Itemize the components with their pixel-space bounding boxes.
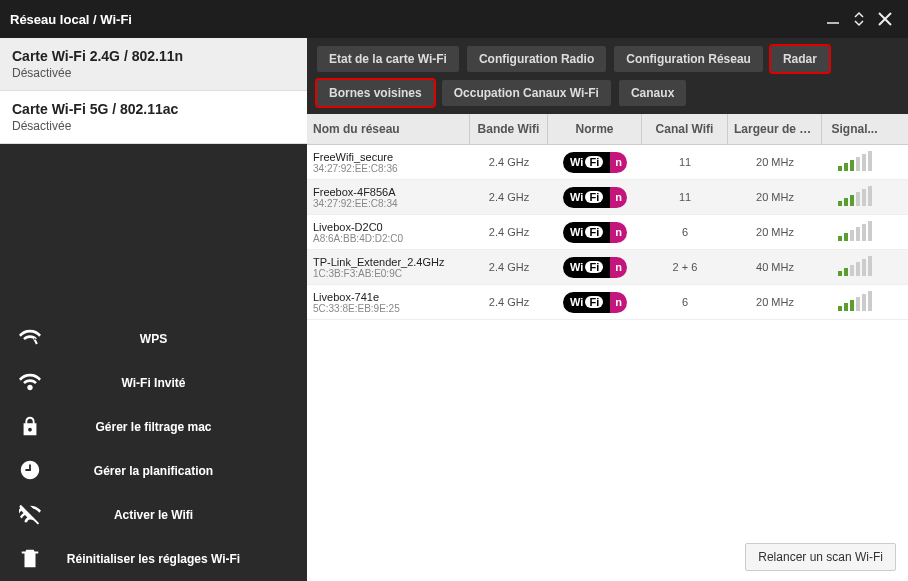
signal-bar xyxy=(856,157,860,171)
wifi-icon xyxy=(19,371,41,396)
cell-signal xyxy=(822,215,887,249)
maximize-button[interactable] xyxy=(846,6,872,32)
signal-bar xyxy=(868,221,872,241)
cell-width: 20 MHz xyxy=(728,153,822,171)
tab-neighbors[interactable]: Bornes voisines xyxy=(317,80,434,106)
signal-bar xyxy=(868,186,872,206)
col-signal[interactable]: Signal... xyxy=(822,114,887,144)
wifi-card-5g[interactable]: Carte Wi-Fi 5G / 802.11ac Désactivée xyxy=(0,91,307,144)
minimize-button[interactable] xyxy=(820,6,846,32)
network-name: TP-Link_Extender_2.4GHz xyxy=(313,256,464,268)
network-name: Freebox-4F856A xyxy=(313,186,464,198)
signal-bar xyxy=(868,291,872,311)
cell-signal xyxy=(822,180,887,214)
menu-reset-wifi[interactable]: Réinitialiser les réglages Wi-Fi xyxy=(0,537,307,581)
signal-bar xyxy=(868,256,872,276)
network-name: Livebox-741e xyxy=(313,291,464,303)
cell-band: 2.4 GHz xyxy=(470,258,548,276)
tab-network-config[interactable]: Configuration Réseau xyxy=(614,46,763,72)
titlebar: Réseau local / Wi-Fi xyxy=(0,0,908,38)
col-network-name[interactable]: Nom du réseau xyxy=(307,114,470,144)
tab-channel-occupation[interactable]: Occupation Canaux Wi-Fi xyxy=(442,80,611,106)
table-body: FreeWifi_secure34:27:92:EE:C8:362.4 GHzW… xyxy=(307,145,908,320)
content-area: Etat de la carte Wi-Fi Configuration Rad… xyxy=(307,38,908,581)
cell-width: 20 MHz xyxy=(728,188,822,206)
sidebar: Carte Wi-Fi 2.4G / 802.11n Désactivée Ca… xyxy=(0,38,307,581)
cell-signal xyxy=(822,285,887,319)
cell-band: 2.4 GHz xyxy=(470,153,548,171)
cell-norm: WiFin xyxy=(548,149,642,176)
network-name: FreeWifi_secure xyxy=(313,151,464,163)
tabs-secondary: Bornes voisines Occupation Canaux Wi-Fi … xyxy=(307,76,908,114)
cell-signal xyxy=(822,145,887,179)
tab-channels[interactable]: Canaux xyxy=(619,80,686,106)
signal-bar xyxy=(844,268,848,276)
table-header: Nom du réseau Bande Wifi Norme Canal Wif… xyxy=(307,114,908,145)
col-width[interactable]: Largeur de b... xyxy=(728,114,822,144)
signal-bar xyxy=(862,259,866,276)
table-row[interactable]: Livebox-D2C0A8:6A:BB:4D:D2:C02.4 GHzWiFi… xyxy=(307,215,908,250)
cell-channel: 6 xyxy=(642,293,728,311)
signal-bar xyxy=(844,163,848,171)
wifi-norm-badge: WiFin xyxy=(563,257,627,278)
menu-wps[interactable]: WPS xyxy=(0,317,307,361)
table-row[interactable]: Freebox-4F856A34:27:92:EE:C8:342.4 GHzWi… xyxy=(307,180,908,215)
wifi-off-icon xyxy=(19,503,41,528)
menu-label: Wi-Fi Invité xyxy=(122,376,186,390)
close-button[interactable] xyxy=(872,6,898,32)
cell-norm: WiFin xyxy=(548,184,642,211)
cell-width: 20 MHz xyxy=(728,223,822,241)
window-title: Réseau local / Wi-Fi xyxy=(10,12,820,27)
cell-channel: 11 xyxy=(642,188,728,206)
signal-bar xyxy=(838,166,842,171)
signal-bar xyxy=(868,151,872,171)
tabs-primary: Etat de la carte Wi-Fi Configuration Rad… xyxy=(307,38,908,76)
menu-mac-filter[interactable]: Gérer le filtrage mac xyxy=(0,405,307,449)
wifi-card-title: Carte Wi-Fi 2.4G / 802.11n xyxy=(12,48,295,64)
network-mac: 34:27:92:EE:C8:36 xyxy=(313,163,464,174)
network-mac: 1C:3B:F3:AB:E0:9C xyxy=(313,268,464,279)
wifi-norm-badge: WiFin xyxy=(563,187,627,208)
signal-bar xyxy=(838,306,842,311)
menu-label: WPS xyxy=(140,332,167,346)
menu-schedule[interactable]: Gérer la planification xyxy=(0,449,307,493)
cell-band: 2.4 GHz xyxy=(470,293,548,311)
wifi-card-title: Carte Wi-Fi 5G / 802.11ac xyxy=(12,101,295,117)
col-channel[interactable]: Canal Wifi xyxy=(642,114,728,144)
cell-width: 20 MHz xyxy=(728,293,822,311)
cell-norm: WiFin xyxy=(548,254,642,281)
table-row[interactable]: TP-Link_Extender_2.4GHz1C:3B:F3:AB:E0:9C… xyxy=(307,250,908,285)
rescan-button[interactable]: Relancer un scan Wi-Fi xyxy=(745,543,896,571)
signal-bar xyxy=(838,201,842,206)
menu-label: Gérer la planification xyxy=(94,464,213,478)
cell-norm: WiFin xyxy=(548,219,642,246)
signal-bar xyxy=(850,195,854,206)
cell-width: 40 MHz xyxy=(728,258,822,276)
col-band[interactable]: Bande Wifi xyxy=(470,114,548,144)
menu-enable-wifi[interactable]: Activer le Wifi xyxy=(0,493,307,537)
signal-bar xyxy=(844,198,848,206)
tab-radar[interactable]: Radar xyxy=(771,46,829,72)
wifi-norm-badge: WiFin xyxy=(563,152,627,173)
tab-radio-config[interactable]: Configuration Radio xyxy=(467,46,606,72)
wifi-norm-badge: WiFin xyxy=(563,292,627,313)
cell-channel: 6 xyxy=(642,223,728,241)
table-row[interactable]: FreeWifi_secure34:27:92:EE:C8:362.4 GHzW… xyxy=(307,145,908,180)
signal-bar xyxy=(862,294,866,311)
signal-bar xyxy=(856,262,860,276)
menu-label: Gérer le filtrage mac xyxy=(95,420,211,434)
col-norm[interactable]: Norme xyxy=(548,114,642,144)
tab-card-state[interactable]: Etat de la carte Wi-Fi xyxy=(317,46,459,72)
signal-bar xyxy=(856,227,860,241)
menu-guest-wifi[interactable]: Wi-Fi Invité xyxy=(0,361,307,405)
signal-bar xyxy=(862,189,866,206)
wifi-card-24g[interactable]: Carte Wi-Fi 2.4G / 802.11n Désactivée xyxy=(0,38,307,91)
wifi-card-status: Désactivée xyxy=(12,119,295,133)
wifi-norm-badge: WiFin xyxy=(563,222,627,243)
cell-signal xyxy=(822,250,887,284)
menu-label: Activer le Wifi xyxy=(114,508,193,522)
lock-icon xyxy=(19,415,41,440)
table-row[interactable]: Livebox-741e5C:33:8E:EB:9E:252.4 GHzWiFi… xyxy=(307,285,908,320)
signal-bar xyxy=(862,154,866,171)
signal-bar xyxy=(862,224,866,241)
